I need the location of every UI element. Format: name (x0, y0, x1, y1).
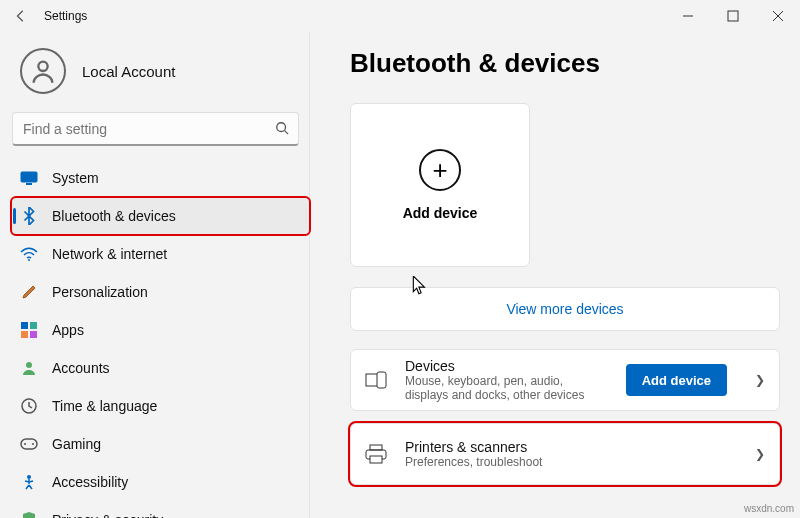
accounts-icon (20, 359, 38, 377)
chevron-right-icon: ❯ (755, 373, 765, 387)
devices-icon (365, 369, 387, 391)
close-button[interactable] (755, 0, 800, 32)
maximize-button[interactable] (710, 0, 755, 32)
sidebar-item-accounts[interactable]: Accounts (12, 350, 309, 386)
svg-rect-22 (370, 456, 382, 463)
nav-label: Privacy & security (52, 512, 163, 518)
sidebar-item-time-language[interactable]: Time & language (12, 388, 309, 424)
add-device-label: Add device (403, 205, 478, 221)
svg-rect-8 (21, 322, 28, 329)
nav-label: Apps (52, 322, 84, 338)
printers-subtitle: Preferences, troubleshoot (405, 455, 727, 469)
cursor-icon (412, 276, 428, 296)
svg-rect-14 (21, 439, 37, 449)
svg-rect-5 (21, 172, 37, 182)
nav-label: Accessibility (52, 474, 128, 490)
svg-point-3 (277, 123, 286, 132)
titlebar: Settings (0, 0, 800, 32)
sidebar-item-privacy-security[interactable]: Privacy & security (12, 502, 309, 518)
clock-icon (20, 397, 38, 415)
nav-label: Time & language (52, 398, 157, 414)
search-input[interactable] (12, 112, 299, 146)
nav-label: Personalization (52, 284, 148, 300)
search-box[interactable] (12, 112, 299, 146)
back-button[interactable] (12, 7, 30, 25)
svg-rect-1 (728, 11, 738, 21)
sidebar-item-personalization[interactable]: Personalization (12, 274, 309, 310)
accessibility-icon (20, 473, 38, 491)
svg-point-12 (26, 362, 32, 368)
nav-label: Gaming (52, 436, 101, 452)
watermark: wsxdn.com (744, 503, 794, 514)
apps-icon (20, 321, 38, 339)
sidebar-item-apps[interactable]: Apps (12, 312, 309, 348)
user-name: Local Account (82, 63, 175, 80)
svg-rect-10 (21, 331, 28, 338)
svg-rect-6 (26, 183, 32, 185)
sidebar-item-bluetooth-devices[interactable]: Bluetooth & devices (12, 198, 309, 234)
nav-label: Network & internet (52, 246, 167, 262)
svg-rect-11 (30, 331, 37, 338)
main-content: Bluetooth & devices + Add device View mo… (310, 32, 800, 518)
chevron-right-icon: ❯ (755, 447, 765, 461)
sidebar-item-gaming[interactable]: Gaming (12, 426, 309, 462)
brush-icon (20, 283, 38, 301)
sidebar-item-network[interactable]: Network & internet (12, 236, 309, 272)
svg-rect-9 (30, 322, 37, 329)
sidebar-item-system[interactable]: System (12, 160, 309, 196)
user-account[interactable]: Local Account (12, 40, 309, 112)
sidebar-item-accessibility[interactable]: Accessibility (12, 464, 309, 500)
minimize-button[interactable] (665, 0, 710, 32)
wifi-icon (20, 245, 38, 263)
svg-point-7 (28, 259, 30, 261)
printer-icon (365, 443, 387, 465)
nav-label: Accounts (52, 360, 110, 376)
window-title: Settings (44, 9, 665, 23)
search-icon (275, 121, 289, 139)
devices-subtitle: Mouse, keyboard, pen, audio, displays an… (405, 374, 608, 402)
nav-label: System (52, 170, 99, 186)
bluetooth-icon (20, 207, 38, 225)
svg-rect-20 (370, 445, 382, 450)
gaming-icon (20, 435, 38, 453)
add-device-card[interactable]: + Add device (350, 103, 530, 267)
add-device-button[interactable]: Add device (626, 364, 727, 396)
page-title: Bluetooth & devices (350, 48, 780, 79)
svg-point-16 (32, 443, 34, 445)
nav-label: Bluetooth & devices (52, 208, 176, 224)
avatar-icon (20, 48, 66, 94)
system-icon (20, 169, 38, 187)
printers-title: Printers & scanners (405, 439, 727, 455)
svg-rect-19 (377, 372, 386, 388)
svg-point-15 (24, 443, 26, 445)
shield-icon (20, 511, 38, 518)
plus-icon: + (419, 149, 461, 191)
printers-scanners-row[interactable]: Printers & scanners Preferences, trouble… (350, 423, 780, 485)
devices-row[interactable]: Devices Mouse, keyboard, pen, audio, dis… (350, 349, 780, 411)
svg-line-4 (285, 131, 289, 135)
sidebar: Local Account System Bluetooth & devices (0, 32, 310, 518)
view-more-label: View more devices (506, 301, 623, 317)
svg-point-2 (38, 62, 47, 71)
devices-title: Devices (405, 358, 608, 374)
svg-point-17 (27, 475, 31, 479)
